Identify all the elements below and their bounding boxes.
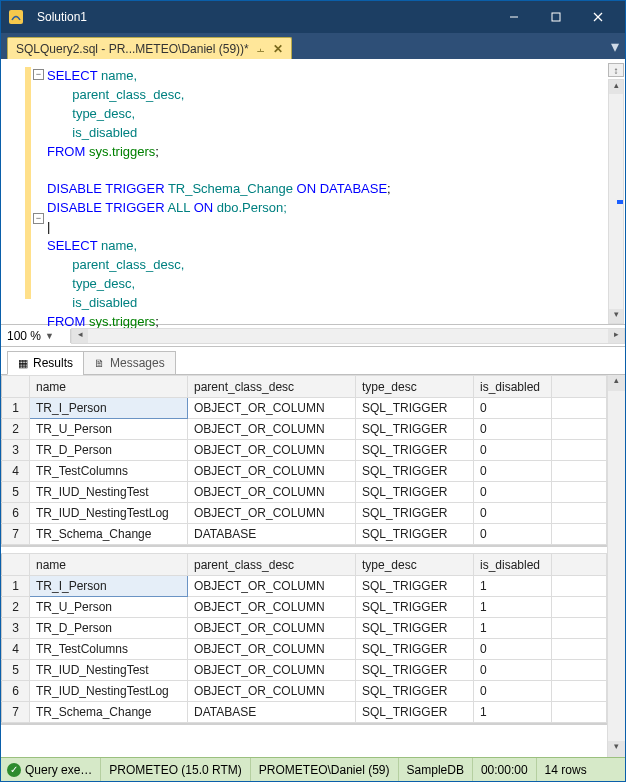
cell[interactable]: SQL_TRIGGER xyxy=(356,419,474,440)
row-number[interactable]: 7 xyxy=(2,702,30,723)
cell[interactable]: OBJECT_OR_COLUMN xyxy=(188,639,356,660)
cell[interactable]: TR_IUD_NestingTestLog xyxy=(30,681,188,702)
cell[interactable]: OBJECT_OR_COLUMN xyxy=(188,681,356,702)
table-row[interactable]: 1TR_I_PersonOBJECT_OR_COLUMNSQL_TRIGGER1 xyxy=(2,576,607,597)
cell[interactable]: SQL_TRIGGER xyxy=(356,440,474,461)
cell[interactable]: TR_U_Person xyxy=(30,597,188,618)
cell[interactable]: OBJECT_OR_COLUMN xyxy=(188,461,356,482)
tab-overflow-icon[interactable]: ▾ xyxy=(611,37,619,56)
row-number[interactable]: 2 xyxy=(2,419,30,440)
column-header-parent-class-desc[interactable]: parent_class_desc xyxy=(188,554,356,576)
split-view-icon[interactable]: ↕ xyxy=(608,63,624,77)
table-row[interactable]: 4TR_TestColumnsOBJECT_OR_COLUMNSQL_TRIGG… xyxy=(2,639,607,660)
cell[interactable] xyxy=(552,461,607,482)
row-number[interactable]: 4 xyxy=(2,639,30,660)
cell[interactable]: 0 xyxy=(474,503,552,524)
code-editor[interactable]: − − SELECT name, parent_class_desc, type… xyxy=(1,59,625,325)
table-row[interactable]: 2TR_U_PersonOBJECT_OR_COLUMNSQL_TRIGGER1 xyxy=(2,597,607,618)
code-area[interactable]: SELECT name, parent_class_desc, type_des… xyxy=(1,59,625,332)
cell[interactable]: SQL_TRIGGER xyxy=(356,482,474,503)
row-number[interactable]: 6 xyxy=(2,681,30,702)
table-row[interactable]: 3TR_D_PersonOBJECT_OR_COLUMNSQL_TRIGGER0 xyxy=(2,440,607,461)
cell[interactable]: 0 xyxy=(474,524,552,545)
cell[interactable] xyxy=(552,639,607,660)
row-number[interactable]: 3 xyxy=(2,440,30,461)
cell[interactable]: OBJECT_OR_COLUMN xyxy=(188,660,356,681)
cell[interactable]: 0 xyxy=(474,639,552,660)
row-number[interactable]: 3 xyxy=(2,618,30,639)
editor-vertical-scrollbar[interactable]: ▴ ▾ xyxy=(608,79,624,324)
cell[interactable]: 1 xyxy=(474,597,552,618)
row-number[interactable]: 5 xyxy=(2,482,30,503)
cell[interactable]: OBJECT_OR_COLUMN xyxy=(188,597,356,618)
column-header-parent-class-desc[interactable]: parent_class_desc xyxy=(188,376,356,398)
row-number[interactable]: 2 xyxy=(2,597,30,618)
table-row[interactable]: 7TR_Schema_ChangeDATABASESQL_TRIGGER1 xyxy=(2,702,607,723)
cell[interactable]: TR_Schema_Change xyxy=(30,524,188,545)
table-row[interactable]: 3TR_D_PersonOBJECT_OR_COLUMNSQL_TRIGGER1 xyxy=(2,618,607,639)
scroll-up-icon[interactable]: ▴ xyxy=(609,80,623,94)
cell[interactable]: SQL_TRIGGER xyxy=(356,597,474,618)
cell[interactable] xyxy=(552,576,607,597)
cell[interactable]: 0 xyxy=(474,398,552,419)
results-grid-1[interactable]: name parent_class_desc type_desc is_disa… xyxy=(1,375,607,547)
cell[interactable]: SQL_TRIGGER xyxy=(356,524,474,545)
tab-messages[interactable]: 🗎 Messages xyxy=(83,351,176,375)
editor-horizontal-scrollbar[interactable]: ◂ ▸ xyxy=(71,328,625,344)
table-row[interactable]: 5TR_IUD_NestingTestOBJECT_OR_COLUMNSQL_T… xyxy=(2,660,607,681)
cell[interactable]: OBJECT_OR_COLUMN xyxy=(188,503,356,524)
cell[interactable]: 0 xyxy=(474,482,552,503)
table-row[interactable]: 1TR_I_PersonOBJECT_OR_COLUMNSQL_TRIGGER0 xyxy=(2,398,607,419)
cell[interactable]: SQL_TRIGGER xyxy=(356,702,474,723)
fold-toggle-icon[interactable]: − xyxy=(33,213,44,224)
row-number[interactable]: 6 xyxy=(2,503,30,524)
cell[interactable]: SQL_TRIGGER xyxy=(356,461,474,482)
title-bar[interactable]: Solution1 xyxy=(1,1,625,33)
cell[interactable]: OBJECT_OR_COLUMN xyxy=(188,576,356,597)
scroll-down-icon[interactable]: ▾ xyxy=(608,741,625,757)
column-header-type-desc[interactable]: type_desc xyxy=(356,376,474,398)
cell[interactable]: 0 xyxy=(474,461,552,482)
cell[interactable] xyxy=(552,440,607,461)
table-row[interactable]: 4TR_TestColumnsOBJECT_OR_COLUMNSQL_TRIGG… xyxy=(2,461,607,482)
table-row[interactable]: 2TR_U_PersonOBJECT_OR_COLUMNSQL_TRIGGER0 xyxy=(2,419,607,440)
cell[interactable]: TR_D_Person xyxy=(30,618,188,639)
cell[interactable]: SQL_TRIGGER xyxy=(356,576,474,597)
document-tab[interactable]: SQLQuery2.sql - PR...METEO\Daniel (59))*… xyxy=(7,37,292,59)
cell[interactable]: TR_IUD_NestingTest xyxy=(30,482,188,503)
results-vertical-scrollbar[interactable]: ▴ ▾ xyxy=(607,375,625,757)
cell[interactable] xyxy=(552,503,607,524)
row-number[interactable]: 5 xyxy=(2,660,30,681)
column-header-is-disabled[interactable]: is_disabled xyxy=(474,376,552,398)
cell[interactable]: 1 xyxy=(474,576,552,597)
pin-icon[interactable]: ⫠ xyxy=(255,42,267,56)
cell[interactable] xyxy=(552,702,607,723)
cell[interactable] xyxy=(552,482,607,503)
cell[interactable]: SQL_TRIGGER xyxy=(356,618,474,639)
cell[interactable]: DATABASE xyxy=(188,524,356,545)
table-row[interactable]: 7TR_Schema_ChangeDATABASESQL_TRIGGER0 xyxy=(2,524,607,545)
column-header-name[interactable]: name xyxy=(30,554,188,576)
cell[interactable]: SQL_TRIGGER xyxy=(356,398,474,419)
minimize-button[interactable] xyxy=(493,3,535,31)
cell[interactable]: 0 xyxy=(474,681,552,702)
cell[interactable]: 1 xyxy=(474,618,552,639)
cell[interactable]: TR_TestColumns xyxy=(30,639,188,660)
close-button[interactable] xyxy=(577,3,619,31)
cell[interactable]: OBJECT_OR_COLUMN xyxy=(188,440,356,461)
grid-corner[interactable] xyxy=(2,376,30,398)
cell[interactable]: OBJECT_OR_COLUMN xyxy=(188,398,356,419)
cell[interactable]: SQL_TRIGGER xyxy=(356,639,474,660)
cell[interactable] xyxy=(552,660,607,681)
column-header-is-disabled[interactable]: is_disabled xyxy=(474,554,552,576)
cell[interactable]: TR_U_Person xyxy=(30,419,188,440)
cell[interactable]: TR_IUD_NestingTestLog xyxy=(30,503,188,524)
cell[interactable]: 0 xyxy=(474,419,552,440)
cell[interactable]: TR_I_Person xyxy=(30,576,188,597)
row-number[interactable]: 4 xyxy=(2,461,30,482)
table-row[interactable]: 5TR_IUD_NestingTestOBJECT_OR_COLUMNSQL_T… xyxy=(2,482,607,503)
cell[interactable]: TR_Schema_Change xyxy=(30,702,188,723)
cell[interactable]: SQL_TRIGGER xyxy=(356,503,474,524)
cell[interactable] xyxy=(552,398,607,419)
cell[interactable]: TR_D_Person xyxy=(30,440,188,461)
